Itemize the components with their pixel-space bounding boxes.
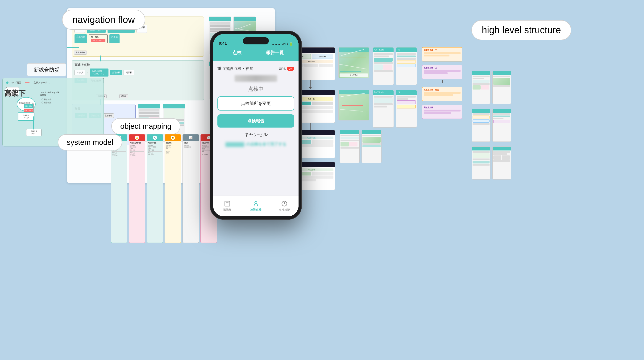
change-location-button[interactable]: 点検箇所を変更 (218, 96, 294, 111)
high-level-structure-label: high level structure (472, 20, 571, 40)
tab-inspection[interactable]: 点検 (218, 48, 256, 58)
koukashita-label: 高架下 (4, 89, 26, 98)
gps-label: GPS (279, 67, 286, 71)
bousai-label: 新総合防災 (27, 63, 66, 76)
card-inspection-5: 📋 点検所 Too Label 点検施設情報 (182, 134, 199, 243)
hls-map-thumb-1: マップ表示 (338, 47, 369, 78)
bottom-nav-status[interactable]: 点検状況 (270, 196, 298, 216)
hls-far-right (472, 71, 511, 179)
phone-time: 9:41 (219, 41, 227, 46)
card-inspection-1: 🔧 高速上点検 Too Label 高速上の点検 Owner 高速 人名 有効地… (111, 134, 127, 243)
card-inspection-2: ⚠️ 高速上点検管理者 Too Label 管理者情報 Owner 管理 者名 … (129, 134, 145, 243)
object-mapping-cards: 🔧 高速上点検 Too Label 高速上の点検 Owner 高速 人名 有効地… (111, 129, 219, 243)
navigation-flow-label: navigation flow (62, 10, 145, 30)
bottom-nav-inspection-label: 施設点検 (250, 208, 262, 212)
hls-map-thumb-2 (338, 90, 369, 120)
high-level-structure-area: 点検箇所 設備点検 報告・確認 マップ表示 (283, 7, 634, 357)
completion-text: の点検を全て完了する (226, 141, 286, 147)
object-mapping-label: object mapping (111, 118, 180, 134)
hls-right-col: 高架下点検・下 高架下点検・上 高速上点検・報告 高速上点検 (422, 47, 462, 119)
hls-screen-row-1: 高架下下点検 一覧 (372, 47, 417, 85)
location-blurred (235, 75, 277, 82)
inspection-location-label: 重点施設点検・神局 (218, 66, 254, 71)
svg-point-3 (255, 202, 257, 204)
inspection-status: 点検中 (248, 86, 264, 93)
card-inspection-3: 🔧 高架下の管理 Too Label 高架下管理情報 Owner 高架 管理者 … (147, 134, 163, 243)
system-model-label: system model (58, 134, 122, 150)
hls-lower-screens (340, 130, 382, 163)
tab-report-list[interactable]: 報告一覧 (256, 48, 294, 58)
phone-device: 9:41 ▲▲▲ WiFi 🔋 点検 報告一覧 (210, 31, 302, 220)
card-inspection-4: 😊 巡視情報 Too Label 巡視人物 巡視 有効地点 地点名 (164, 134, 181, 243)
bulletin-board-icon (224, 200, 230, 207)
bottom-nav-inspection[interactable]: 施設点検 (242, 196, 270, 216)
bottom-nav-keijiban[interactable]: 掲示板 (213, 196, 242, 216)
hls-screen-row-2: 高架下下点検 一覧 (372, 90, 417, 128)
inspection-status-icon (281, 200, 288, 207)
bottom-nav-status-label: 点検状況 (279, 208, 290, 212)
bottom-nav-keijiban-label: 掲示板 (223, 208, 232, 212)
cancel-label[interactable]: キャンセル (244, 131, 268, 138)
facility-inspection-icon (252, 200, 259, 207)
inspection-report-button[interactable]: 点検報告 (218, 114, 294, 128)
